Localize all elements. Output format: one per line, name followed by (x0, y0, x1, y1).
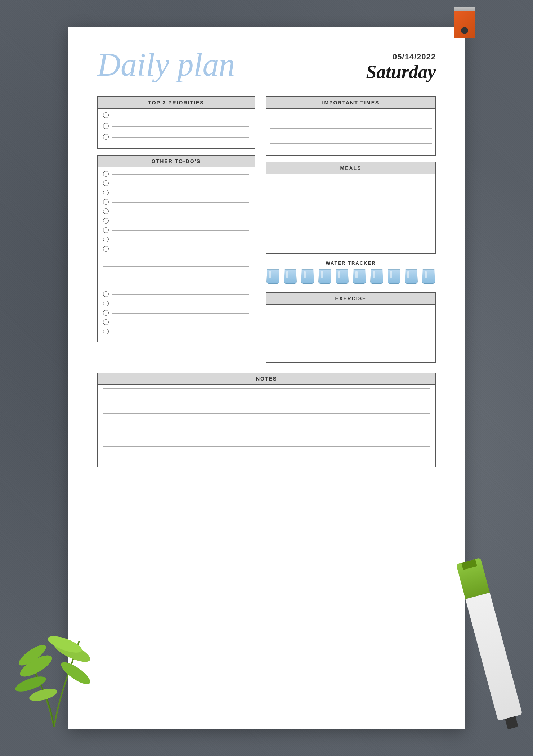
extra-line-2 (103, 266, 249, 267)
todo-line-3 (112, 193, 249, 193)
checkbox-3[interactable] (103, 134, 109, 140)
todo-checkbox-5[interactable] (103, 208, 109, 214)
water-cup-8[interactable] (387, 269, 401, 286)
todo-line-14 (112, 332, 249, 332)
priority-item-1 (103, 112, 249, 119)
time-line-2 (270, 121, 432, 121)
meals-section: MEALS (266, 162, 436, 254)
todo-item-10 (103, 291, 249, 297)
other-todos-section: OTHER TO-DO'S (97, 155, 255, 342)
checkbox-2[interactable] (103, 123, 109, 129)
water-cup-5[interactable] (335, 269, 349, 286)
todo-line-5 (112, 212, 249, 212)
todo-line-13 (112, 323, 249, 323)
todo-item-4 (103, 199, 249, 205)
todos-header: OTHER TO-DO'S (98, 156, 255, 167)
notes-section: NOTES (97, 373, 436, 467)
todo-item-11 (103, 301, 249, 306)
water-cup-10[interactable] (421, 269, 436, 286)
time-line-5 (270, 143, 432, 144)
todo-checkbox-10[interactable] (103, 291, 109, 297)
marker-decoration (456, 558, 527, 738)
top3-body (98, 109, 255, 148)
extra-line-1 (103, 258, 249, 258)
todo-line-1 (112, 174, 249, 175)
water-cup-2[interactable] (283, 269, 297, 286)
note-line-2 (103, 397, 430, 397)
top3-priorities-section: TOP 3 PRIORITIES (97, 96, 255, 149)
date-section: 05/14/2022 Saturday (366, 49, 436, 82)
note-line-8 (103, 446, 430, 447)
water-cups-container (266, 269, 436, 286)
todo-item-7 (103, 227, 249, 233)
exercise-section: EXERCISE (266, 292, 436, 363)
todo-line-4 (112, 202, 249, 203)
water-cup-9[interactable] (404, 269, 418, 286)
water-cup-1[interactable] (266, 269, 280, 286)
todo-line-8 (112, 240, 249, 240)
todo-checkbox-14[interactable] (103, 329, 109, 334)
todo-item-14 (103, 329, 249, 334)
todo-line-2 (112, 184, 249, 184)
water-cup-7[interactable] (369, 269, 384, 286)
exercise-body (266, 305, 435, 362)
todo-line-7 (112, 230, 249, 231)
day-display: Saturday (366, 62, 436, 82)
todo-checkbox-6[interactable] (103, 218, 109, 224)
todo-item-6 (103, 218, 249, 224)
time-line-1 (270, 113, 432, 113)
water-tracker-section: WATER TRACKER (266, 260, 436, 286)
priority-line-1 (112, 116, 249, 116)
note-line-3 (103, 405, 430, 405)
priority-line-3 (112, 137, 249, 138)
note-line-5 (103, 422, 430, 422)
priority-line-2 (112, 126, 249, 127)
todo-item-13 (103, 319, 249, 325)
todo-checkbox-3[interactable] (103, 190, 109, 195)
plant-decoration (14, 583, 94, 727)
note-line-6 (103, 430, 430, 430)
todo-item-12 (103, 310, 249, 316)
todo-checkbox-12[interactable] (103, 310, 109, 316)
todo-checkbox-11[interactable] (103, 301, 109, 306)
todo-checkbox-4[interactable] (103, 199, 109, 205)
todo-checkbox-2[interactable] (103, 180, 109, 186)
todo-checkbox-13[interactable] (103, 319, 109, 325)
extra-line-3 (103, 275, 249, 275)
planner-header: Daily plan 05/14/2022 Saturday (97, 49, 436, 82)
notes-body (98, 385, 435, 467)
todo-checkbox-8[interactable] (103, 237, 109, 242)
note-line-4 (103, 413, 430, 414)
water-tracker-label: WATER TRACKER (266, 260, 436, 266)
note-line-7 (103, 438, 430, 438)
priority-item-2 (103, 123, 249, 130)
todo-item-2 (103, 180, 249, 186)
times-header: IMPORTANT TIMES (266, 97, 435, 109)
times-body (266, 109, 435, 155)
date-display: 05/14/2022 (366, 52, 436, 62)
time-line-4 (270, 136, 432, 136)
water-cup-3[interactable] (300, 269, 315, 286)
todo-line-9 (112, 249, 249, 249)
todo-line-12 (112, 313, 249, 314)
extra-line-4 (103, 283, 249, 283)
checkbox-1[interactable] (103, 112, 109, 118)
main-grid: TOP 3 PRIORITIES (97, 96, 436, 369)
page-title: Daily plan (97, 49, 235, 81)
meals-header: MEALS (266, 162, 435, 174)
priority-item-3 (103, 134, 249, 140)
svg-point-3 (58, 658, 93, 688)
todos-body (98, 167, 255, 342)
todo-item-9 (103, 246, 249, 252)
todo-checkbox-7[interactable] (103, 227, 109, 233)
todo-checkbox-1[interactable] (103, 171, 109, 177)
notes-header: NOTES (98, 373, 435, 385)
extra-lines-area (103, 255, 249, 283)
water-cup-4[interactable] (318, 269, 332, 286)
note-line-9 (103, 455, 430, 455)
time-line-3 (270, 128, 432, 129)
sharpener-decoration (454, 11, 475, 47)
todo-line-10 (112, 294, 249, 295)
todo-checkbox-9[interactable] (103, 246, 109, 252)
water-cup-6[interactable] (352, 269, 367, 286)
